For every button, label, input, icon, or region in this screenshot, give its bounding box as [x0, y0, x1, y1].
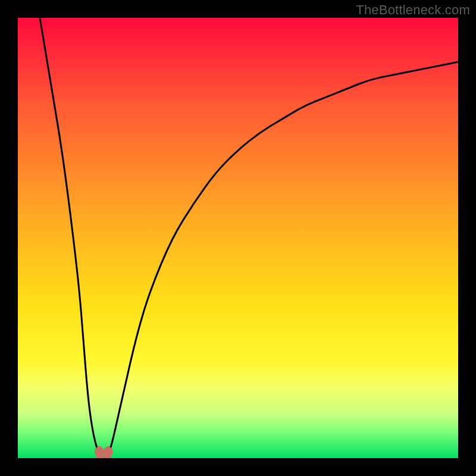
valley-left-marker [95, 447, 104, 456]
valley-right-marker [104, 447, 113, 456]
chart-frame: TheBottleneck.com [0, 0, 476, 476]
plot-area [18, 18, 458, 458]
curve-layer [18, 18, 458, 458]
bottleneck-curve [40, 18, 458, 458]
attribution-text: TheBottleneck.com [356, 2, 470, 18]
